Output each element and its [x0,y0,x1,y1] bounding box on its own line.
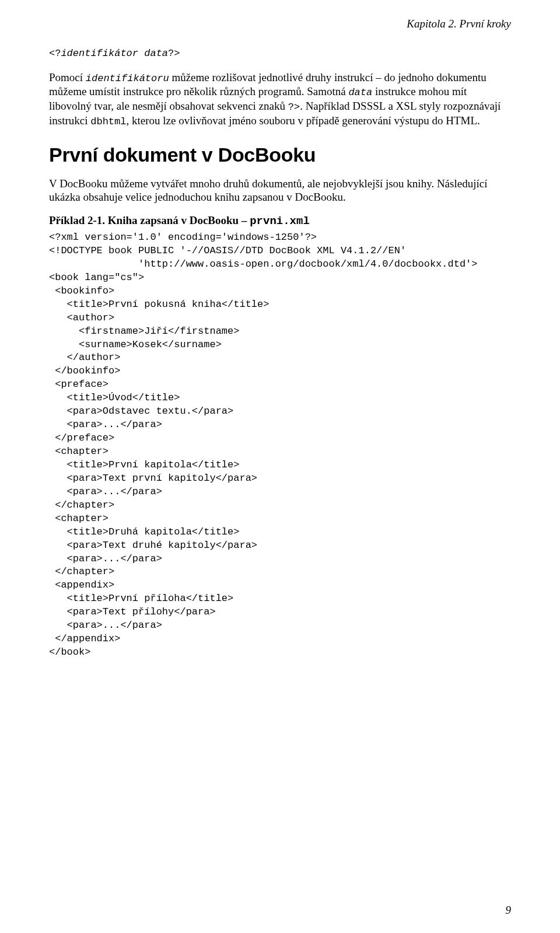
page-content: Kapitola 2. První kroky <?identifikátor … [0,0,560,692]
example-title-filename: prvni.xml [250,215,310,228]
section-paragraph: V DocBooku můžeme vytvářet mnoho druhů d… [49,177,511,204]
inline-code-dbhtml: dbhtml [90,116,126,127]
pi-open: <? [49,48,61,59]
inline-code-data: data [348,87,372,98]
pi-syntax-line: <?identifikátor data?> [49,46,511,60]
text-fragment: , kterou lze ovlivňovat jméno souboru v … [126,114,480,127]
code-block: <?xml version='1.0' encoding='windows-12… [49,231,511,659]
intro-paragraph: Pomocí identifikátoru můžeme rozlišovat … [49,71,511,128]
example-title-text: Příklad 2-1. Kniha zapsaná v DocBooku – [49,214,250,226]
chapter-label: Kapitola 2. První kroky [407,18,511,30]
page-number: 9 [506,904,512,917]
pi-identifier: identifikátor data [61,48,168,59]
example-title: Příklad 2-1. Kniha zapsaná v DocBooku – … [49,214,511,228]
inline-code-qgt: ?> [288,102,300,113]
section-title: První dokument v DocBooku [49,144,511,166]
inline-code-identifikatoru: identifikátoru [86,73,169,84]
pi-close: ?> [168,48,180,59]
text-fragment: Pomocí [49,71,86,83]
chapter-header: Kapitola 2. První kroky [49,18,511,30]
